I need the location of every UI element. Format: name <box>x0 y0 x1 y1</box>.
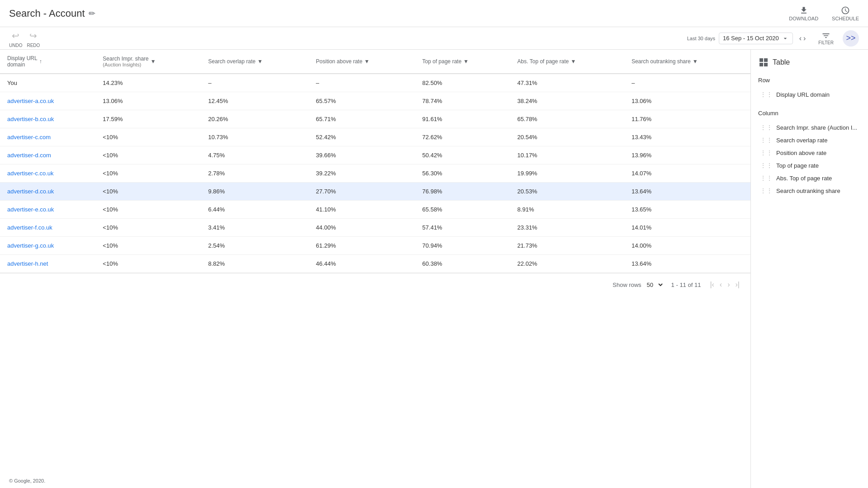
expand-icon: >> <box>846 33 855 43</box>
drag-icon: ⋮⋮ <box>760 174 773 182</box>
table-row: You14.23%––82.50%47.31%– <box>0 74 750 92</box>
pagination: Show rows 50 100 250 1 - 11 of 11 |‹ ‹ ›… <box>0 273 750 296</box>
drag-icon: ⋮⋮ <box>760 91 773 98</box>
panel-item-label: Search outranking share <box>776 188 840 194</box>
row-items-container: ⋮⋮Display URL domain <box>758 88 861 101</box>
panel-column-item[interactable]: ⋮⋮Search overlap rate <box>758 134 861 146</box>
undo-redo-group: ↩ UNDO ↪ REDO <box>9 28 40 48</box>
last-page-button[interactable]: ›| <box>734 279 741 291</box>
row-section-title: Row <box>758 77 861 84</box>
header: Search - Account ✏ DOWNLOAD SCHEDULE <box>0 0 868 27</box>
drag-icon: ⋮⋮ <box>760 136 773 144</box>
filter-down-icon2: ▼ <box>364 58 370 65</box>
panel-item-label: Position above rate <box>776 150 826 156</box>
table-view-icon[interactable] <box>758 57 769 68</box>
table-row: advertiser-f.co.uk<10%3.41%44.00%57.41%2… <box>0 219 750 237</box>
table-body: You14.23%––82.50%47.31%–advertiser-a.co.… <box>0 74 750 273</box>
filter-button[interactable]: FILTER <box>818 31 834 45</box>
download-button[interactable]: DOWNLOAD <box>789 6 818 21</box>
date-value: 16 Sep - 15 Oct 2020 <box>723 35 779 42</box>
footer: © Google, 2020. <box>9 478 45 483</box>
panel-item-label: Display URL domain <box>776 91 830 98</box>
schedule-label: SCHEDULE <box>832 16 859 21</box>
panel-column-item[interactable]: ⋮⋮Search outranking share <box>758 184 861 197</box>
rows-per-page: Show rows 50 100 250 <box>613 281 664 289</box>
rows-label: Show rows <box>613 282 642 288</box>
header-actions: DOWNLOAD SCHEDULE <box>789 6 859 21</box>
table-header: Display URLdomain ↑ Search Impr. share (… <box>0 50 750 74</box>
table-row: advertiser-c.com<10%10.73%52.42%72.62%20… <box>0 128 750 146</box>
toolbar: ↩ UNDO ↪ REDO Last 30 days 16 Sep - 15 O… <box>0 27 868 50</box>
sort-asc-icon: ↑ <box>39 58 42 65</box>
date-prev-button[interactable]: ‹ <box>799 34 802 42</box>
table-row: advertiser-d.co.uk<10%9.86%27.70%76.98%2… <box>0 183 750 201</box>
date-range-group: Last 30 days 16 Sep - 15 Oct 2020 ‹ › FI… <box>687 30 859 47</box>
redo-button[interactable]: ↪ <box>28 28 39 43</box>
col-outranking[interactable]: Search outranking share ▼ <box>624 50 750 74</box>
title-text: Search - Account <box>9 8 85 19</box>
col-top-of-page[interactable]: Top of page rate ▼ <box>415 50 510 74</box>
panel-column-item[interactable]: ⋮⋮Abs. Top of page rate <box>758 172 861 184</box>
undo-label: UNDO <box>9 43 22 48</box>
table-row: advertiser-a.co.uk13.06%12.45%65.57%78.7… <box>0 92 750 110</box>
panel-column-item[interactable]: ⋮⋮Position above rate <box>758 146 861 159</box>
panel-item-label: Top of page rate <box>776 162 819 169</box>
page-nav: |‹ ‹ › ›| <box>708 279 741 291</box>
filter-down-icon4: ▼ <box>571 58 576 65</box>
drag-icon: ⋮⋮ <box>760 149 773 156</box>
filter-down-icon5: ▼ <box>693 58 698 65</box>
edit-icon[interactable]: ✏ <box>89 9 95 19</box>
panel-item-label: Search Impr. share (Auction I... <box>776 124 857 131</box>
row-section: Row ⋮⋮Display URL domain <box>758 77 861 101</box>
filter-down-icon3: ▼ <box>463 58 469 65</box>
table-row: advertiser-d.com<10%4.75%39.66%50.42%10.… <box>0 146 750 164</box>
schedule-button[interactable]: SCHEDULE <box>832 6 859 21</box>
next-page-button[interactable]: › <box>726 279 731 291</box>
undo-button[interactable]: ↩ <box>10 28 21 43</box>
col-search-overlap[interactable]: Search overlap rate ▼ <box>201 50 308 74</box>
panel-item-label: Abs. Top of page rate <box>776 175 832 182</box>
view-toggle: Table <box>758 57 861 68</box>
col-search-impr[interactable]: Search Impr. share (Auction Insights) ▼ <box>95 50 201 74</box>
date-range-label: Last 30 days <box>687 36 715 41</box>
table-row: advertiser-c.co.uk<10%2.78%39.22%56.30%1… <box>0 164 750 183</box>
page-info: 1 - 11 of 11 <box>671 282 701 288</box>
date-next-button[interactable]: › <box>803 34 806 42</box>
table-view-label: Table <box>773 58 790 66</box>
col-display-url[interactable]: Display URLdomain ↑ <box>0 50 95 74</box>
date-selector[interactable]: 16 Sep - 15 Oct 2020 <box>719 33 793 44</box>
sort-icon: ▼ <box>151 58 156 65</box>
col-position-above[interactable]: Position above rate ▼ <box>309 50 415 74</box>
table-area: Display URLdomain ↑ Search Impr. share (… <box>0 50 750 488</box>
panel-column-item[interactable]: ⋮⋮Search Impr. share (Auction I... <box>758 121 861 134</box>
copyright-text: © Google, 2020. <box>9 478 45 483</box>
rows-select[interactable]: 50 100 250 <box>645 281 664 289</box>
redo-label: REDO <box>27 43 40 48</box>
expand-button[interactable]: >> <box>843 30 859 47</box>
panel-item-label: Search overlap rate <box>776 137 827 144</box>
page-title: Search - Account ✏ <box>9 8 95 19</box>
download-label: DOWNLOAD <box>789 16 818 21</box>
panel-row-item[interactable]: ⋮⋮Display URL domain <box>758 88 861 101</box>
first-page-button[interactable]: |‹ <box>708 279 716 291</box>
table-row: advertiser-e.co.uk<10%6.44%41.10%65.58%8… <box>0 201 750 219</box>
column-section-title: Column <box>758 110 861 117</box>
panel-column-item[interactable]: ⋮⋮Top of page rate <box>758 159 861 172</box>
col-abs-top[interactable]: Abs. Top of page rate ▼ <box>510 50 624 74</box>
drag-icon: ⋮⋮ <box>760 162 773 169</box>
table-row: advertiser-g.co.uk<10%2.54%61.29%70.94%2… <box>0 237 750 255</box>
column-section: Column ⋮⋮Search Impr. share (Auction I..… <box>758 110 861 197</box>
main-container: Display URLdomain ↑ Search Impr. share (… <box>0 50 868 488</box>
drag-icon: ⋮⋮ <box>760 124 773 131</box>
prev-page-button[interactable]: ‹ <box>718 279 724 291</box>
date-nav: ‹ › <box>799 34 806 42</box>
table-row: advertiser-b.co.uk17.59%20.26%65.71%91.6… <box>0 110 750 128</box>
data-table: Display URLdomain ↑ Search Impr. share (… <box>0 50 750 273</box>
column-items-container: ⋮⋮Search Impr. share (Auction I...⋮⋮Sear… <box>758 121 861 197</box>
filter-down-icon: ▼ <box>257 58 263 65</box>
right-panel: Table Row ⋮⋮Display URL domain Column ⋮⋮… <box>750 50 868 488</box>
table-row: advertiser-h.net<10%8.82%46.44%60.38%22.… <box>0 255 750 273</box>
drag-icon: ⋮⋮ <box>760 187 773 194</box>
filter-label: FILTER <box>818 40 834 45</box>
